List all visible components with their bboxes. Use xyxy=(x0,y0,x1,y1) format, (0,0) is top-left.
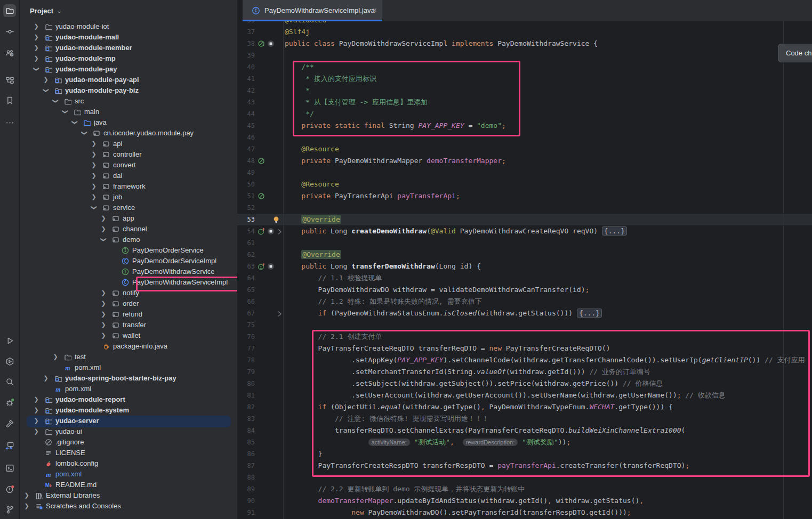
tree-item-main[interactable]: ❯main xyxy=(20,107,237,117)
version-control-icon[interactable] xyxy=(3,503,16,516)
editor-pane[interactable]: 36@Validated37@Slf4j38public class PayDe… xyxy=(237,0,812,519)
chevron-right-icon[interactable]: ❯ xyxy=(23,492,30,499)
code-line-38[interactable]: public class PayDemoWithdrawServiceImpl … xyxy=(285,38,598,50)
implements-method-icon[interactable]: I xyxy=(258,263,265,270)
chevron-down-icon[interactable]: ❯ xyxy=(43,87,50,94)
tree-item-src[interactable]: ❯src xyxy=(20,96,237,107)
chevron-right-icon[interactable]: ❯ xyxy=(43,375,49,382)
marker-icon[interactable] xyxy=(267,228,275,235)
chevron-down-icon[interactable]: ❯ xyxy=(71,119,78,126)
tree-item-package-info.java[interactable]: package-info.java xyxy=(20,341,237,352)
chevron-down-icon[interactable]: ❯ xyxy=(52,98,59,104)
chevron-right-icon[interactable]: ❯ xyxy=(33,23,39,30)
tree-item-External-Libraries[interactable]: ❯External Libraries xyxy=(20,490,237,501)
tree-item-order[interactable]: ❯order xyxy=(20,298,237,309)
spring-bean-icon[interactable] xyxy=(258,40,265,47)
code-line-90[interactable]: demoTransferMapper.updateByIdAndStatus(w… xyxy=(285,495,644,507)
marker-icon[interactable] xyxy=(267,40,275,47)
chevron-right-icon[interactable]: ❯ xyxy=(23,502,30,509)
code-line-66[interactable]: // 1.2 特殊: 如果是转账失败的情况, 需要充值下 xyxy=(285,296,482,307)
tree-item-framework[interactable]: ❯framework xyxy=(20,181,237,192)
chevron-right-icon[interactable]: ❯ xyxy=(91,193,97,200)
chevron-right-icon[interactable]: ❯ xyxy=(100,215,107,222)
chevron-down-icon[interactable]: ❯ xyxy=(91,205,98,211)
search-icon[interactable] xyxy=(3,375,16,388)
chevron-right-icon[interactable]: ❯ xyxy=(91,151,97,158)
chevron-right-icon[interactable]: ❯ xyxy=(100,332,107,339)
tree-item-convert[interactable]: ❯convert xyxy=(20,160,237,171)
chevron-right-icon[interactable]: ❯ xyxy=(33,396,39,403)
tree-item-refund[interactable]: ❯refund xyxy=(20,309,237,320)
chevron-right-icon[interactable]: ❯ xyxy=(100,289,107,296)
tree-item-LICENSE[interactable]: LICENSE xyxy=(20,448,237,458)
close-icon[interactable]: × xyxy=(372,5,377,14)
tree-item-yudao-spring-boot-starter-biz-pay[interactable]: ❯yudao-spring-boot-starter-biz-pay xyxy=(20,373,237,384)
fold-chevron-icon[interactable] xyxy=(276,228,283,235)
tree-item-api[interactable]: ❯api xyxy=(20,139,237,149)
tree-item-demo[interactable]: ❯demo xyxy=(20,234,237,245)
terminal-icon[interactable] xyxy=(3,461,16,474)
chevron-right-icon[interactable]: ❯ xyxy=(100,300,107,307)
chevron-right-icon[interactable]: ❯ xyxy=(33,407,39,413)
tree-item-test[interactable]: ❯test xyxy=(20,352,237,362)
tree-item-yudao-module-pay[interactable]: ❯yudao-module-pay xyxy=(20,64,237,75)
tree-item-lombok.config[interactable]: lombok.config xyxy=(20,458,237,469)
tree-item-yudao-module-pay-api[interactable]: ❯yudao-module-pay-api xyxy=(20,75,237,85)
chevron-right-icon[interactable]: ❯ xyxy=(43,76,49,83)
intention-bulb-icon[interactable] xyxy=(272,216,280,223)
tree-item-controller[interactable]: ❯controller xyxy=(20,149,237,160)
tree-item-PayDemoOrderServiceImpl[interactable]: CPayDemoOrderServiceImpl xyxy=(20,256,237,266)
chevron-right-icon[interactable]: ❯ xyxy=(33,34,39,40)
chevron-down-icon[interactable]: ❯ xyxy=(33,66,40,72)
spring-bean-icon[interactable] xyxy=(258,192,265,200)
chevron-right-icon[interactable]: ❯ xyxy=(100,321,107,328)
bookmarks-icon[interactable] xyxy=(3,94,16,107)
code-line-53[interactable]: @Override xyxy=(285,214,341,225)
code-line-50[interactable]: @Resource xyxy=(285,179,339,190)
tree-item-pom.xml[interactable]: mpom.xml xyxy=(20,469,237,480)
chevron-down-icon[interactable]: ❯ xyxy=(81,130,88,136)
tree-item-yudao-module-mp[interactable]: ❯yudao-module-mp xyxy=(20,53,237,64)
tree-item-java[interactable]: ❯java xyxy=(20,117,237,128)
code-check-overlay-button[interactable]: Code ch xyxy=(778,44,812,62)
run-icon[interactable] xyxy=(3,334,16,347)
chevron-right-icon[interactable]: ❯ xyxy=(100,225,107,232)
tree-item-yudao-ui[interactable]: ❯yudao-ui xyxy=(20,426,237,437)
chevron-right-icon[interactable]: ❯ xyxy=(100,311,107,318)
tree-item-dal[interactable]: ❯dal xyxy=(20,171,237,181)
tree-item-wallet[interactable]: ❯wallet xyxy=(20,330,237,341)
tree-item-yudao-module-iot[interactable]: ❯yudao-module-iot xyxy=(20,21,237,32)
code-line-54[interactable]: public Long createDemoWithdraw(@Valid Pa… xyxy=(285,225,627,237)
tree-item-channel[interactable]: ❯channel xyxy=(20,224,237,234)
build-icon[interactable] xyxy=(3,417,16,429)
code-line-37[interactable]: @Slf4j xyxy=(285,26,310,38)
fold-chevron-icon[interactable] xyxy=(276,310,283,317)
tree-item-PayDemoOrderService[interactable]: IPayDemoOrderService xyxy=(20,245,237,256)
remote-dev-icon[interactable] xyxy=(3,439,16,452)
tree-item-yudao-module-member[interactable]: ❯yudao-module-member xyxy=(20,43,237,53)
services-icon[interactable] xyxy=(3,355,16,368)
problems-icon[interactable] xyxy=(3,483,16,496)
marker-icon[interactable] xyxy=(267,263,275,270)
structure-icon[interactable] xyxy=(3,74,16,86)
project-folder-icon[interactable] xyxy=(3,4,16,17)
code-review-icon[interactable]: ? xyxy=(3,46,16,59)
spring-bean-icon[interactable] xyxy=(258,157,265,165)
code-line-47[interactable]: @Resource xyxy=(285,143,339,155)
chevron-right-icon[interactable]: ❯ xyxy=(91,183,97,190)
tree-item-yudao-module-system[interactable]: ❯yudao-module-system xyxy=(20,405,237,416)
tree-item-yudao-module-mall[interactable]: ❯yudao-module-mall xyxy=(20,32,237,43)
chevron-right-icon[interactable]: ❯ xyxy=(91,140,97,147)
code-line-65[interactable]: PayDemoWithdrawDO withdraw = validateDem… xyxy=(285,284,589,296)
chevron-right-icon[interactable]: ❯ xyxy=(91,161,97,168)
tree-item-PayDemoWithdrawService[interactable]: IPayDemoWithdrawService xyxy=(20,266,237,277)
code-line-91[interactable]: new PayDemoWithdrawDO().setPayTransferId… xyxy=(285,507,631,518)
chevron-right-icon[interactable]: ❯ xyxy=(33,428,39,435)
chevron-right-icon[interactable]: ❯ xyxy=(33,44,39,51)
editor-tab[interactable]: C PayDemoWithdrawServiceImpl.java × xyxy=(243,0,382,21)
commit-icon[interactable] xyxy=(3,25,16,38)
debug-icon[interactable] xyxy=(3,396,16,409)
tree-item-job[interactable]: ❯job xyxy=(20,192,237,202)
chevron-right-icon[interactable]: ❯ xyxy=(91,172,97,179)
tree-item-transfer[interactable]: ❯transfer xyxy=(20,320,237,330)
